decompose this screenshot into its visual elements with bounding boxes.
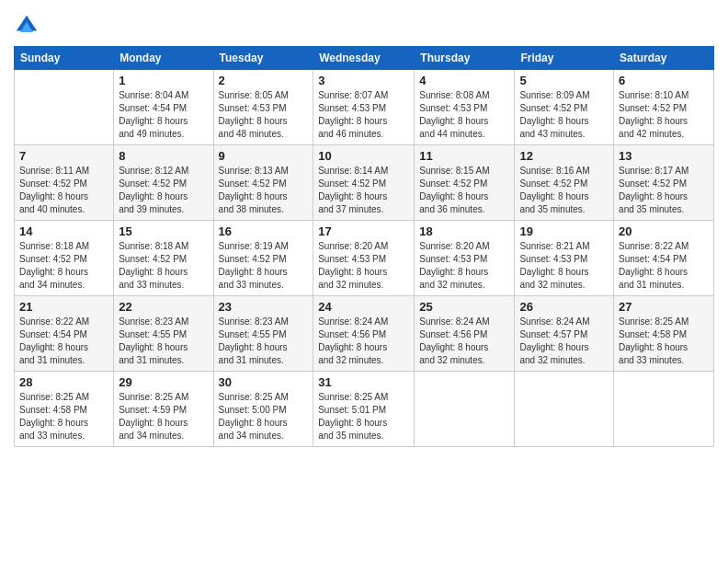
- day-info: Sunrise: 8:25 AMSunset: 4:58 PMDaylight:…: [619, 316, 709, 367]
- day-number: 4: [419, 74, 509, 87]
- day-info: Sunrise: 8:25 AMSunset: 4:58 PMDaylight:…: [19, 391, 108, 442]
- day-number: 24: [318, 300, 409, 314]
- week-row-1: 1Sunrise: 8:04 AMSunset: 4:54 PMDaylight…: [15, 70, 714, 145]
- day-info: Sunrise: 8:24 AMSunset: 4:57 PMDaylight:…: [519, 316, 609, 367]
- day-header-tuesday: Tuesday: [213, 47, 313, 70]
- calendar-cell: [614, 372, 714, 447]
- calendar-cell: 2Sunrise: 8:05 AMSunset: 4:53 PMDaylight…: [213, 70, 313, 145]
- day-number: 16: [219, 224, 309, 238]
- calendar-cell: 26Sunrise: 8:24 AMSunset: 4:57 PMDayligh…: [515, 296, 614, 372]
- day-header-friday: Friday: [515, 47, 614, 70]
- day-number: 5: [519, 74, 609, 87]
- day-number: 19: [519, 224, 609, 238]
- day-number: 17: [318, 224, 409, 238]
- day-info: Sunrise: 8:23 AMSunset: 4:55 PMDaylight:…: [219, 316, 309, 367]
- day-header-thursday: Thursday: [415, 47, 515, 70]
- day-info: Sunrise: 8:13 AMSunset: 4:52 PMDaylight:…: [219, 165, 309, 216]
- day-header-sunday: Sunday: [15, 47, 114, 70]
- day-number: 9: [219, 149, 309, 163]
- calendar-cell: 27Sunrise: 8:25 AMSunset: 4:58 PMDayligh…: [614, 296, 714, 372]
- calendar-cell: [15, 70, 114, 145]
- week-row-3: 14Sunrise: 8:18 AMSunset: 4:52 PMDayligh…: [15, 221, 714, 296]
- day-number: 29: [119, 375, 208, 389]
- day-info: Sunrise: 8:17 AMSunset: 4:52 PMDaylight:…: [619, 165, 709, 216]
- day-number: 26: [519, 300, 609, 314]
- day-info: Sunrise: 8:18 AMSunset: 4:52 PMDaylight:…: [119, 240, 208, 292]
- calendar-cell: 13Sunrise: 8:17 AMSunset: 4:52 PMDayligh…: [614, 145, 714, 221]
- day-number: 12: [519, 149, 609, 163]
- calendar-cell: 9Sunrise: 8:13 AMSunset: 4:52 PMDaylight…: [213, 145, 313, 221]
- day-info: Sunrise: 8:15 AMSunset: 4:52 PMDaylight:…: [419, 165, 509, 216]
- calendar-cell: 12Sunrise: 8:16 AMSunset: 4:52 PMDayligh…: [515, 145, 614, 221]
- day-number: 31: [318, 375, 409, 389]
- day-number: 8: [119, 149, 208, 163]
- day-info: Sunrise: 8:24 AMSunset: 4:56 PMDaylight:…: [318, 316, 409, 367]
- calendar-cell: 29Sunrise: 8:25 AMSunset: 4:59 PMDayligh…: [114, 372, 213, 447]
- calendar-cell: 20Sunrise: 8:22 AMSunset: 4:54 PMDayligh…: [614, 221, 714, 296]
- calendar-cell: 22Sunrise: 8:23 AMSunset: 4:55 PMDayligh…: [114, 296, 213, 372]
- day-number: 21: [19, 300, 108, 314]
- day-info: Sunrise: 8:21 AMSunset: 4:53 PMDaylight:…: [519, 240, 609, 292]
- calendar-cell: 24Sunrise: 8:24 AMSunset: 4:56 PMDayligh…: [313, 296, 415, 372]
- day-info: Sunrise: 8:22 AMSunset: 4:54 PMDaylight:…: [19, 316, 108, 367]
- page-container: SundayMondayTuesdayWednesdayThursdayFrid…: [0, 0, 728, 456]
- day-info: Sunrise: 8:19 AMSunset: 4:52 PMDaylight:…: [219, 240, 309, 292]
- day-info: Sunrise: 8:25 AMSunset: 4:59 PMDaylight:…: [119, 391, 208, 442]
- calendar-cell: 28Sunrise: 8:25 AMSunset: 4:58 PMDayligh…: [15, 372, 114, 447]
- calendar-cell: 6Sunrise: 8:10 AMSunset: 4:52 PMDaylight…: [614, 70, 714, 145]
- day-info: Sunrise: 8:25 AMSunset: 5:00 PMDaylight:…: [219, 391, 309, 442]
- calendar-cell: 23Sunrise: 8:23 AMSunset: 4:55 PMDayligh…: [213, 296, 313, 372]
- day-info: Sunrise: 8:18 AMSunset: 4:52 PMDaylight:…: [19, 240, 108, 292]
- week-row-2: 7Sunrise: 8:11 AMSunset: 4:52 PMDaylight…: [15, 145, 714, 221]
- day-number: 7: [19, 149, 108, 163]
- day-header-monday: Monday: [114, 47, 213, 70]
- calendar-cell: 17Sunrise: 8:20 AMSunset: 4:53 PMDayligh…: [313, 221, 415, 296]
- calendar-cell: 7Sunrise: 8:11 AMSunset: 4:52 PMDaylight…: [15, 145, 114, 221]
- day-info: Sunrise: 8:04 AMSunset: 4:54 PMDaylight:…: [119, 89, 208, 141]
- day-number: 14: [19, 224, 108, 238]
- day-info: Sunrise: 8:16 AMSunset: 4:52 PMDaylight:…: [519, 165, 609, 216]
- logo-icon: [14, 13, 40, 39]
- calendar-cell: 11Sunrise: 8:15 AMSunset: 4:52 PMDayligh…: [415, 145, 515, 221]
- day-number: 18: [419, 224, 509, 238]
- calendar-cell: 19Sunrise: 8:21 AMSunset: 4:53 PMDayligh…: [515, 221, 614, 296]
- day-number: 11: [419, 149, 509, 163]
- day-number: 15: [119, 224, 208, 238]
- calendar-cell: 30Sunrise: 8:25 AMSunset: 5:00 PMDayligh…: [213, 372, 313, 447]
- calendar-cell: 18Sunrise: 8:20 AMSunset: 4:53 PMDayligh…: [415, 221, 515, 296]
- day-info: Sunrise: 8:09 AMSunset: 4:52 PMDaylight:…: [519, 89, 609, 141]
- page-header: [14, 9, 714, 39]
- day-number: 10: [318, 149, 409, 163]
- week-row-4: 21Sunrise: 8:22 AMSunset: 4:54 PMDayligh…: [15, 296, 714, 372]
- calendar-cell: 1Sunrise: 8:04 AMSunset: 4:54 PMDaylight…: [114, 70, 213, 145]
- day-info: Sunrise: 8:23 AMSunset: 4:55 PMDaylight:…: [119, 316, 208, 367]
- day-info: Sunrise: 8:25 AMSunset: 5:01 PMDaylight:…: [318, 391, 409, 442]
- day-info: Sunrise: 8:14 AMSunset: 4:52 PMDaylight:…: [318, 165, 409, 216]
- calendar-cell: 14Sunrise: 8:18 AMSunset: 4:52 PMDayligh…: [15, 221, 114, 296]
- week-row-5: 28Sunrise: 8:25 AMSunset: 4:58 PMDayligh…: [15, 372, 714, 447]
- day-info: Sunrise: 8:08 AMSunset: 4:53 PMDaylight:…: [419, 89, 509, 141]
- calendar-cell: 21Sunrise: 8:22 AMSunset: 4:54 PMDayligh…: [15, 296, 114, 372]
- day-info: Sunrise: 8:10 AMSunset: 4:52 PMDaylight:…: [619, 89, 709, 141]
- calendar-cell: [415, 372, 515, 447]
- day-number: 25: [419, 300, 509, 314]
- calendar-cell: 3Sunrise: 8:07 AMSunset: 4:53 PMDaylight…: [313, 70, 415, 145]
- calendar-cell: 25Sunrise: 8:24 AMSunset: 4:56 PMDayligh…: [415, 296, 515, 372]
- day-info: Sunrise: 8:07 AMSunset: 4:53 PMDaylight:…: [318, 89, 409, 141]
- day-info: Sunrise: 8:24 AMSunset: 4:56 PMDaylight:…: [419, 316, 509, 367]
- day-header-saturday: Saturday: [614, 47, 714, 70]
- day-number: 28: [19, 375, 108, 389]
- day-info: Sunrise: 8:22 AMSunset: 4:54 PMDaylight:…: [619, 240, 709, 292]
- day-number: 23: [219, 300, 309, 314]
- day-number: 20: [619, 224, 709, 238]
- calendar-table: SundayMondayTuesdayWednesdayThursdayFrid…: [14, 46, 714, 447]
- day-number: 1: [119, 74, 208, 87]
- day-number: 6: [619, 74, 709, 87]
- calendar-cell: 4Sunrise: 8:08 AMSunset: 4:53 PMDaylight…: [415, 70, 515, 145]
- day-header-wednesday: Wednesday: [313, 47, 415, 70]
- calendar-cell: 31Sunrise: 8:25 AMSunset: 5:01 PMDayligh…: [313, 372, 415, 447]
- calendar-cell: 8Sunrise: 8:12 AMSunset: 4:52 PMDaylight…: [114, 145, 213, 221]
- day-number: 2: [219, 74, 309, 87]
- day-number: 13: [619, 149, 709, 163]
- calendar-cell: 15Sunrise: 8:18 AMSunset: 4:52 PMDayligh…: [114, 221, 213, 296]
